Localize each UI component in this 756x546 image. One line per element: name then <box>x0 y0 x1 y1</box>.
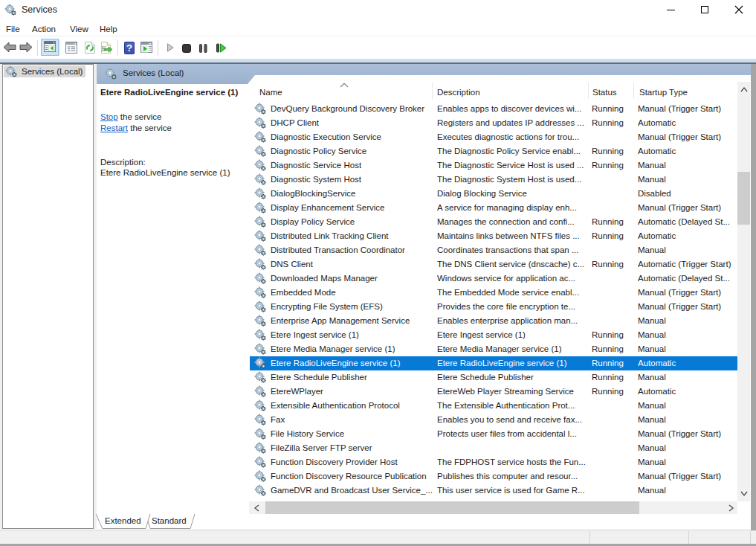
svg-text:?: ? <box>126 42 132 54</box>
